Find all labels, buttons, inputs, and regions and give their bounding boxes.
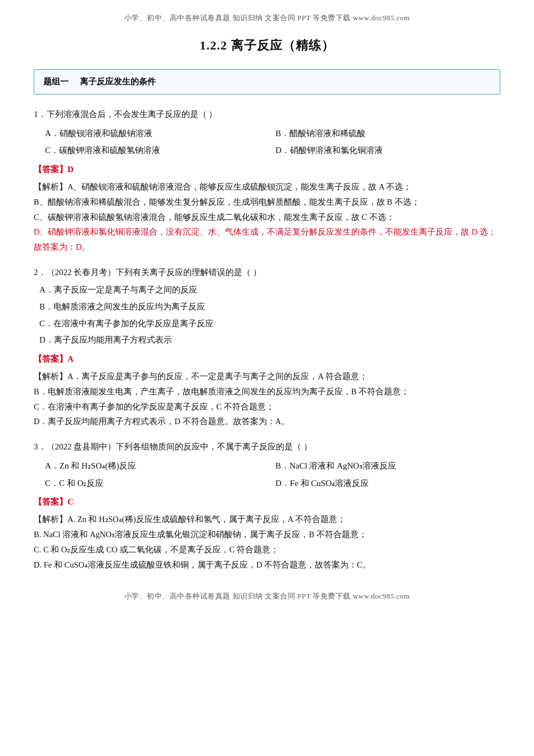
option-3b: B．NaCl 溶液和 AgNO₃溶液反应 <box>275 458 500 474</box>
option-3c: C．C 和 O₂反应 <box>45 475 270 492</box>
option-1c: C．碳酸钾溶液和硫酸氢钠溶液 <box>45 142 270 159</box>
answer-3: 【答案】C <box>34 494 500 510</box>
option-3d: D．Fe 和 CuSO₄溶液反应 <box>275 475 500 492</box>
analysis-3-line-0: 【解析】A. Zn 和 H₂SO₄(稀)反应生成硫酸锌和氢气，属于离子反应，A … <box>34 512 500 527</box>
analysis-2: 【解析】A．离子反应是离子参与的反应，不一定是离子与离子之间的反应，A 符合题意… <box>34 369 500 429</box>
section-label: 题组一 <box>43 74 69 89</box>
analysis-3: 【解析】A. Zn 和 H₂SO₄(稀)反应生成硫酸锌和氢气，属于离子反应，A … <box>34 512 500 572</box>
question-2-options: A．离子反应一定是离子与离子之间的反应 B．电解质溶液之间发生的反应均为离子反应… <box>39 282 500 348</box>
option-2c: C．在溶液中有离子参加的化学反应是离子反应 <box>39 316 500 332</box>
option-1a: A．硝酸钡溶液和硫酸钠溶液 <box>45 125 270 142</box>
analysis-3-line-1: B. NaCl 溶液和 AgNO₃溶液反应生成氯化银沉淀和硝酸钠，属于离子反应，… <box>34 527 500 542</box>
site-footer: 小学、初中、高中各种试卷真题 知识归纳 文案合同 PPT 等免费下载 www.d… <box>34 590 500 602</box>
analysis-2-line-0: 【解析】A．离子反应是离子参与的反应，不一定是离子与离子之间的反应，A 符合题意… <box>34 369 500 384</box>
page: 小学、初中、高中各种试卷真题 知识归纳 文案合同 PPT 等免费下载 www.d… <box>0 0 534 756</box>
analysis-3-line-2: C. C 和 O₂反应生成 CO 或二氧化碳，不是离子反应，C 符合题意； <box>34 542 500 557</box>
option-1b: B．醋酸钠溶液和稀硫酸 <box>275 125 500 142</box>
option-2d: D．离子反应均能用离子方程式表示 <box>39 332 500 348</box>
analysis-2-line-3: D．离子反应均能用离子方程式表示，D 不符合题意。故答案为：A。 <box>34 414 500 429</box>
option-1d: D．硝酸钾溶液和氯化铜溶液 <box>275 142 500 159</box>
analysis-2-line-2: C．在溶液中有离子参加的化学反应是离子反应，C 不符合题意； <box>34 399 500 415</box>
question-3: 3．（2022 盘县期中）下列各组物质间的反应中，不属于离子反应的是（ ） A．… <box>34 439 500 572</box>
site-header: 小学、初中、高中各种试卷真题 知识归纳 文案合同 PPT 等免费下载 www.d… <box>34 11 500 24</box>
option-3a: A．Zn 和 H₂SO₄(稀)反应 <box>45 458 270 474</box>
analysis-2-line-1: B．电解质溶液能发生电离，产生离子，故电解质溶液之间发生的反应均为离子反应，B … <box>34 384 500 399</box>
question-3-options: A．Zn 和 H₂SO₄(稀)反应 B．NaCl 溶液和 AgNO₃溶液反应 C… <box>45 458 500 491</box>
main-title: 1.2.2 离子反应（精练） <box>34 34 500 57</box>
section-title: 离子反应发生的条件 <box>80 74 156 89</box>
question-1: 1．下列溶液混合后，不会发生离子反应的是（ ） A．硝酸钡溶液和硫酸钠溶液 B．… <box>34 107 500 255</box>
analysis-1-line-1: B、醋酸钠溶液和稀硫酸混合，能够发生复分解反应，生成弱电解质醋酸，能发生离子反应… <box>34 195 500 210</box>
question-2: 2．（2022 长春月考）下列有关离子反应的理解错误的是（ ） A．离子反应一定… <box>34 265 500 429</box>
analysis-1-line-3: D、硝酸钾溶液和氯化铜溶液混合，没有沉淀、水、气体生成，不满足复分解反应发生的条… <box>34 224 500 255</box>
question-2-text: 2．（2022 长春月考）下列有关离子反应的理解错误的是（ ） <box>34 265 500 280</box>
option-2b: B．电解质溶液之间发生的反应均为离子反应 <box>39 299 500 315</box>
option-2a: A．离子反应一定是离子与离子之间的反应 <box>39 282 500 298</box>
section-box: 题组一 离子反应发生的条件 <box>34 69 500 94</box>
answer-2: 【答案】A <box>34 352 500 367</box>
analysis-1-line-2: C、碳酸钾溶液和硫酸氢钠溶液混合，能够反应生成二氧化碳和水，能发生离子反应，故 … <box>34 210 500 225</box>
analysis-1: 【解析】A、硝酸钡溶液和硫酸钠溶液混合，能够反应生成硫酸钡沉淀，能发生离子反应，… <box>34 179 500 255</box>
analysis-3-line-3: D. Fe 和 CuSO₄溶液反应生成硫酸亚铁和铜，属于离子反应，D 不符合题意… <box>34 557 500 573</box>
answer-1: 【答案】D <box>34 162 500 177</box>
question-1-options: A．硝酸钡溶液和硫酸钠溶液 B．醋酸钠溶液和稀硫酸 C．碳酸钾溶液和硫酸氢钠溶液… <box>45 125 500 159</box>
question-3-text: 3．（2022 盘县期中）下列各组物质间的反应中，不属于离子反应的是（ ） <box>34 439 500 454</box>
question-1-text: 1．下列溶液混合后，不会发生离子反应的是（ ） <box>34 107 500 122</box>
analysis-1-line-0: 【解析】A、硝酸钡溶液和硫酸钠溶液混合，能够反应生成硫酸钡沉淀，能发生离子反应，… <box>34 179 500 195</box>
